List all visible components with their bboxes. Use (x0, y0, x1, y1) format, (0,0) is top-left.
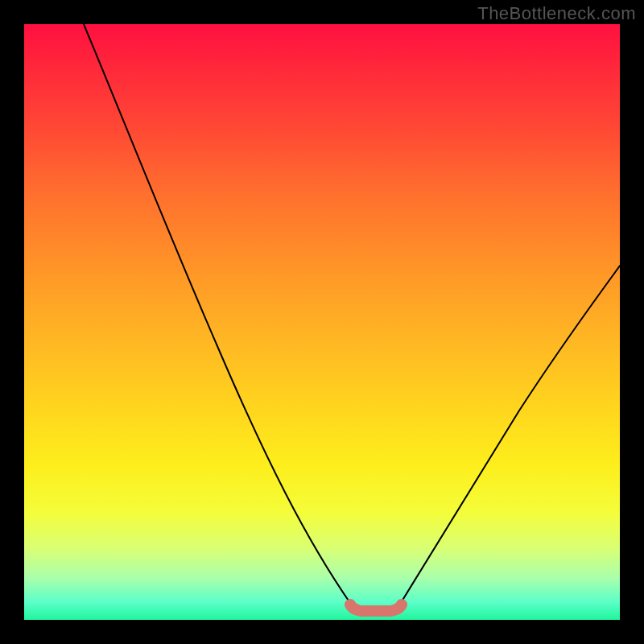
plot-area (24, 24, 620, 620)
left-curve (84, 24, 352, 605)
curve-layer (24, 24, 620, 620)
optimal-band-marker (350, 605, 402, 611)
chart-frame: TheBottleneck.com (0, 0, 644, 644)
watermark-text: TheBottleneck.com (477, 3, 636, 24)
right-curve (399, 266, 620, 605)
